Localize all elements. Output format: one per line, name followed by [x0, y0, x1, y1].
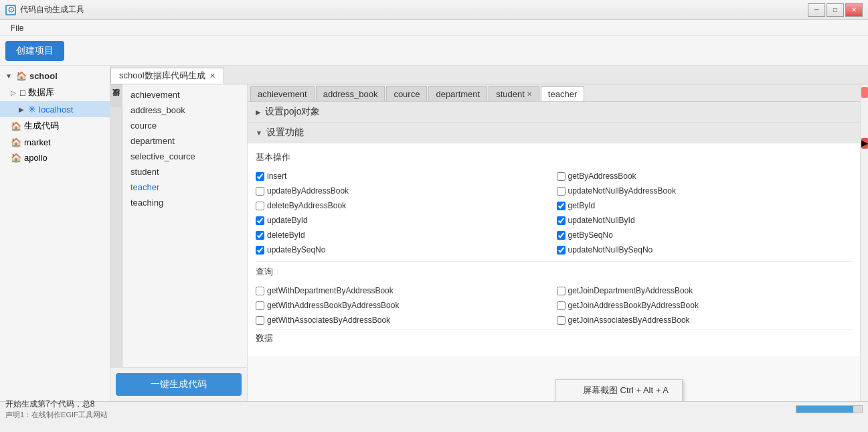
- pojo-section-header[interactable]: ▶ 设置pojo对象: [248, 102, 860, 123]
- checkbox-getJoinAssociatesByAddressBook-input[interactable]: [557, 316, 566, 325]
- checkbox-getJoinAssociatesByAddressBook: getJoinAssociatesByAddressBook: [557, 314, 853, 326]
- create-project-button[interactable]: 创建项目: [5, 41, 64, 61]
- scroll-arrow-red[interactable]: ▶: [861, 138, 868, 149]
- sidebar-item-generate[interactable]: 🏠 生成代码: [0, 117, 110, 135]
- feature-tab-label-achievement: achievement: [258, 89, 307, 99]
- table-item-teacher[interactable]: teacher: [122, 179, 247, 195]
- menubar: File: [0, 20, 868, 36]
- context-menu-hide-on-capture[interactable]: ✓ 截图时隐藏当前窗口: [556, 400, 682, 401]
- function-arrow-icon: ▼: [256, 129, 262, 137]
- generate-btn-container: 一键生成代码: [110, 367, 247, 401]
- checkbox-getWithAddressBookByAddressBook: getWithAddressBookByAddressBook: [256, 299, 551, 311]
- right-scrollbar-panel: ▶: [860, 84, 868, 401]
- feature-tab-department[interactable]: department: [428, 86, 487, 101]
- student-tab-close-icon[interactable]: ✕: [527, 90, 532, 98]
- checkbox-getBySeqNo-input[interactable]: [557, 231, 566, 240]
- sidebar-item-localhost[interactable]: ▶ ✳ localhost: [0, 101, 110, 117]
- checkbox-getWithDepartmentByAddressBook-label: getWithDepartmentByAddressBook: [267, 286, 394, 295]
- sidebar-label-market: market: [24, 137, 51, 147]
- feature-tab-achievement[interactable]: achievement: [250, 86, 315, 101]
- checkbox-getByAddressBook-input[interactable]: [557, 172, 566, 181]
- checkbox-updateById-label: updateById: [267, 216, 308, 225]
- pojo-section-title: 设置pojo对象: [265, 106, 320, 118]
- maximize-button[interactable]: □: [827, 3, 844, 17]
- sidebar-item-school[interactable]: ▼ 🏠 school: [0, 68, 110, 84]
- statusbar: 开始生成第7个代码，总8 声明1：在线制作EGIF工具网站: [0, 401, 868, 416]
- context-menu-screenshot-label: 屏幕截图 Ctrl + Alt + A: [583, 384, 669, 397]
- table-list: achievement address_book cource departme…: [122, 84, 247, 367]
- feature-tabs: achievement address_book cource departme…: [248, 84, 860, 102]
- checkbox-updateBySeqNo-input[interactable]: [256, 246, 264, 255]
- pojo-arrow-icon: ▶: [256, 109, 261, 116]
- checkbox-updateByAddressBook-label: updateByAddressBook: [267, 186, 349, 196]
- feature-tab-label-cource: cource: [394, 89, 420, 99]
- checkbox-updateNotNullByAddressBook-input[interactable]: [557, 187, 566, 196]
- close-button[interactable]: ✕: [845, 3, 863, 17]
- side-label-2[interactable]: 模板设置: [110, 96, 122, 107]
- table-item-teaching[interactable]: teaching: [122, 195, 247, 210]
- file-tab-school-db[interactable]: school数据库代码生成 ✕: [110, 68, 224, 84]
- table-item-department[interactable]: department: [122, 133, 247, 149]
- basic-ops-label: 基本操作: [256, 149, 852, 166]
- table-item-address_book[interactable]: address_book: [122, 102, 247, 118]
- right-panel: school数据库代码生成 ✕ 基础设置 模板设置 achievement ad…: [110, 66, 868, 401]
- svg-text:⚙: ⚙: [7, 6, 15, 14]
- checkbox-updateBySeqNo: updateBySeqNo: [256, 244, 551, 256]
- minimize-button[interactable]: ─: [808, 3, 825, 17]
- checkbox-updateBySeqNo-label: updateBySeqNo: [267, 245, 325, 255]
- table-item-selective_cource[interactable]: selective_cource: [122, 149, 247, 164]
- sidebar-item-database[interactable]: ▷ □ 数据库: [0, 84, 110, 101]
- checkbox-getWithAddressBookByAddressBook-input[interactable]: [256, 301, 264, 310]
- feature-tab-student[interactable]: student ✕: [489, 86, 539, 101]
- menu-file[interactable]: File: [5, 22, 29, 34]
- feature-tab-address_book[interactable]: address_book: [316, 86, 385, 101]
- checkbox-updateByAddressBook-input[interactable]: [256, 187, 264, 196]
- checkbox-getJoinDepartmentByAddressBook: getJoinDepartmentByAddressBook: [557, 285, 853, 297]
- feature-tab-label-address_book: address_book: [323, 89, 378, 99]
- checkbox-updateNotNullBySeqNo-input[interactable]: [557, 246, 566, 255]
- sidebar-item-market[interactable]: 🏠 market: [0, 135, 110, 150]
- checkbox-insert: insert: [256, 170, 551, 182]
- toolbar: 创建项目: [0, 36, 868, 66]
- checkbox-deleteById-input[interactable]: [256, 231, 264, 240]
- sidebar-item-apollo[interactable]: 🏠 apollo: [0, 150, 110, 165]
- arrow-database: ▷: [11, 89, 16, 96]
- side-labels: 基础设置 模板设置: [110, 84, 122, 367]
- file-tab-close-icon[interactable]: ✕: [209, 72, 215, 80]
- arrow-school: ▼: [5, 72, 12, 80]
- checkbox-updateById: updateById: [256, 214, 551, 226]
- checkbox-getJoinAddressBookByAddressBook-input[interactable]: [557, 301, 566, 310]
- table-item-achievement[interactable]: achievement: [122, 87, 247, 102]
- checkbox-getJoinAssociatesByAddressBook-label: getJoinAssociatesByAddressBook: [568, 315, 690, 325]
- generate-code-button[interactable]: 一键生成代码: [116, 373, 242, 396]
- context-menu-screenshot[interactable]: 屏幕截图 Ctrl + Alt + A: [556, 381, 682, 400]
- checkbox-deleteByAddressBook-input[interactable]: [256, 202, 264, 210]
- checkbox-getByAddressBook-label: getByAddressBook: [568, 171, 636, 181]
- market-icon: 🏠: [11, 137, 21, 147]
- feature-tab-cource[interactable]: cource: [386, 86, 427, 101]
- checkbox-getJoinAddressBookByAddressBook: getJoinAddressBookByAddressBook: [557, 299, 853, 311]
- query-label: 查询: [256, 261, 852, 281]
- checkbox-getJoinDepartmentByAddressBook-input[interactable]: [557, 287, 566, 295]
- checkbox-updateById-input[interactable]: [256, 216, 264, 225]
- side-label-1[interactable]: 基础设置: [110, 84, 122, 96]
- checkbox-insert-input[interactable]: [256, 172, 264, 181]
- titlebar-controls: ─ □ ✕: [808, 3, 863, 17]
- titlebar: ⚙ 代码自动生成工具 ─ □ ✕: [0, 0, 868, 20]
- checkbox-getWithAssociatesByAddressBook-input[interactable]: [256, 316, 264, 325]
- content-area: 基础设置 模板设置 achievement address_book courc…: [110, 84, 868, 401]
- generate-icon: 🏠: [11, 121, 21, 131]
- main-layout: ▼ 🏠 school ▷ □ 数据库 ▶ ✳ localhost 🏠 生成代码 …: [0, 66, 868, 401]
- arrow-localhost: ▶: [19, 106, 24, 113]
- checkbox-getWithDepartmentByAddressBook-input[interactable]: [256, 287, 264, 295]
- checkbox-updateNotNullById-input[interactable]: [557, 216, 566, 225]
- file-tab-label: school数据库代码生成: [119, 70, 205, 82]
- checkbox-getJoinAddressBookByAddressBook-label: getJoinAddressBookByAddressBook: [568, 301, 699, 310]
- function-section-header[interactable]: ▼ 设置功能: [248, 123, 860, 143]
- table-item-student[interactable]: student: [122, 164, 247, 179]
- feature-tab-label-student: student: [496, 89, 525, 99]
- feature-tab-teacher[interactable]: teacher: [541, 86, 584, 101]
- checkbox-getById-input[interactable]: [557, 202, 566, 210]
- checkbox-getBySeqNo-label: getBySeqNo: [568, 230, 613, 240]
- table-item-cource[interactable]: cource: [122, 118, 247, 133]
